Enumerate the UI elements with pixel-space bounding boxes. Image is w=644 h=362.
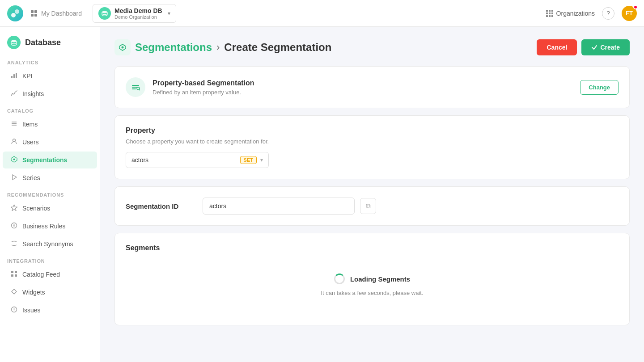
users-icon	[10, 138, 18, 146]
sidebar-item-scenarios[interactable]: Scenarios	[3, 200, 97, 217]
notification-badge	[633, 5, 638, 9]
page-actions: Cancel Create	[537, 39, 630, 55]
sidebar-item-search-synonyms[interactable]: Search Synonyms	[3, 236, 97, 253]
svg-rect-17	[11, 76, 13, 78]
svg-rect-9	[551, 10, 553, 12]
recommendations-section-label: RECOMMENDATIONS	[0, 187, 100, 199]
property-select-dropdown[interactable]: actors SET ▾	[126, 152, 269, 168]
create-button[interactable]: Create	[581, 39, 630, 55]
db-icon	[98, 7, 111, 20]
kpi-label: KPI	[22, 72, 33, 80]
copy-button[interactable]: ⧉	[360, 198, 376, 214]
segmentation-id-input[interactable]	[203, 198, 355, 215]
segments-title: Segments	[126, 244, 619, 252]
loading-spinner-row: Loading Segments	[334, 274, 410, 284]
svg-point-1	[15, 9, 19, 14]
sidebar-item-users[interactable]: Users	[3, 134, 97, 151]
type-card-left: Property-based Segmentation Defined by a…	[126, 77, 254, 97]
sidebar-item-kpi[interactable]: KPI	[3, 67, 97, 84]
create-label: Create	[600, 44, 620, 51]
widgets-icon	[10, 288, 18, 296]
type-card-content: Property-based Segmentation Defined by a…	[126, 77, 619, 97]
type-info: Property-based Segmentation Defined by a…	[153, 79, 254, 96]
integration-section-label: INTEGRATION	[0, 253, 100, 265]
svg-rect-4	[31, 14, 34, 17]
svg-rect-15	[551, 15, 553, 17]
series-label: Series	[22, 174, 40, 181]
topnav: My Dashboard Media Demo DB Demo Organiza…	[0, 0, 644, 27]
svg-rect-30	[11, 271, 13, 273]
property-description: Choose a property you want to create seg…	[126, 138, 619, 145]
sidebar: Database ANALYTICS KPI Insights CATALOG …	[0, 27, 100, 362]
sidebar-item-issues[interactable]: Issues	[3, 302, 97, 319]
svg-point-36	[13, 311, 14, 311]
svg-rect-10	[546, 13, 548, 14]
main-content: Segmentations › Create Segmentation Canc…	[100, 27, 644, 362]
dashboard-nav[interactable]: My Dashboard	[30, 10, 82, 17]
svg-rect-3	[34, 10, 37, 13]
sidebar-item-business-rules[interactable]: Business Rules	[3, 218, 97, 235]
svg-rect-12	[551, 13, 553, 14]
issues-icon	[10, 306, 18, 314]
breadcrumb-current: Create Segmentation	[224, 41, 331, 54]
page-header: Segmentations › Create Segmentation Canc…	[114, 39, 630, 55]
db-selector[interactable]: Media Demo DB Demo Organization ▾	[93, 4, 176, 23]
series-icon	[10, 174, 18, 182]
db-info: Media Demo DB Demo Organization	[114, 7, 162, 20]
svg-rect-14	[549, 15, 551, 17]
breadcrumb-icon	[114, 39, 131, 55]
change-type-button[interactable]: Change	[580, 80, 619, 95]
search-synonyms-icon	[10, 240, 18, 248]
business-rules-icon	[10, 222, 18, 230]
sidebar-item-catalog-feed[interactable]: Catalog Feed	[3, 266, 97, 283]
cancel-button[interactable]: Cancel	[537, 39, 577, 55]
segments-loading-area: Loading Segments It can takes a few seco…	[126, 256, 619, 314]
breadcrumb: Segmentations › Create Segmentation	[114, 39, 331, 55]
svg-marker-27	[11, 205, 17, 211]
grid-small-icon	[30, 10, 38, 17]
orgs-label: Organizations	[556, 10, 595, 17]
svg-point-23	[13, 139, 15, 142]
loading-spinner	[334, 274, 345, 284]
svg-rect-13	[546, 15, 548, 17]
sidebar-item-segmentations[interactable]: Segmentations	[3, 152, 97, 168]
sidebar-item-insights[interactable]: Insights	[3, 85, 97, 102]
organizations-nav[interactable]: Organizations	[546, 9, 595, 17]
items-icon	[10, 120, 18, 128]
property-chevron-icon: ▾	[260, 157, 263, 163]
svg-rect-5	[34, 14, 37, 17]
help-button[interactable]: ?	[602, 7, 614, 20]
catalog-section-label: CATALOG	[0, 103, 100, 115]
property-selected-value: actors	[131, 156, 237, 164]
sidebar-item-widgets[interactable]: Widgets	[3, 284, 97, 301]
db-name: Media Demo DB	[114, 7, 162, 14]
breadcrumb-parent[interactable]: Segmentations	[135, 41, 212, 54]
checkmark-icon	[591, 44, 597, 51]
svg-point-25	[13, 159, 15, 160]
business-rules-label: Business Rules	[22, 223, 66, 230]
loading-text: Loading Segments	[350, 275, 410, 283]
dashboard-label: My Dashboard	[41, 10, 82, 17]
db-chevron-icon: ▾	[168, 10, 170, 17]
catalog-feed-label: Catalog Feed	[22, 271, 60, 278]
segments-card: Segments Loading Segments It can takes a…	[114, 233, 630, 325]
grid-icon	[546, 9, 554, 17]
property-title: Property	[126, 126, 619, 135]
svg-point-38	[122, 46, 124, 49]
segmentations-icon	[10, 156, 18, 164]
loading-subtext: It can takes a few seconds, please wait.	[321, 290, 423, 296]
help-icon: ?	[606, 10, 610, 17]
kpi-icon	[10, 72, 18, 80]
users-label: Users	[22, 139, 39, 146]
property-set-badge: SET	[240, 156, 257, 164]
segmentation-id-row: Segmentation ID ⧉	[126, 198, 619, 215]
svg-point-6	[102, 11, 107, 13]
svg-point-0	[11, 13, 16, 17]
sidebar-item-series[interactable]: Series	[3, 169, 97, 186]
type-icon	[126, 77, 145, 97]
sidebar-item-items[interactable]: Items	[3, 116, 97, 133]
svg-rect-2	[31, 10, 34, 13]
svg-rect-8	[549, 10, 551, 12]
user-avatar[interactable]: FT	[622, 6, 637, 21]
svg-rect-7	[546, 10, 548, 12]
